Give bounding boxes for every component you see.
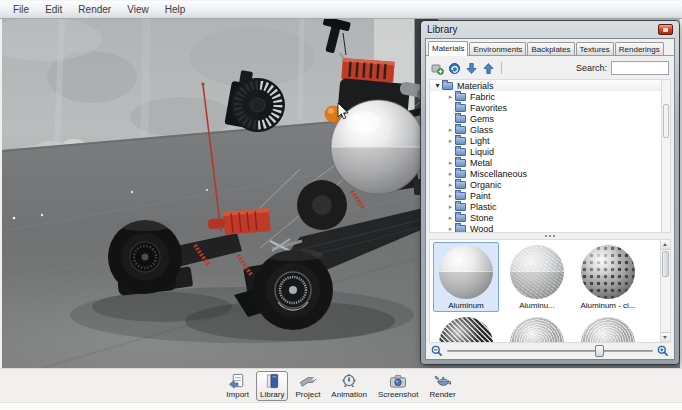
tool-button-label: Render bbox=[429, 390, 455, 399]
library-button[interactable]: Library bbox=[256, 371, 288, 401]
expand-arrow-icon[interactable]: ▸ bbox=[446, 212, 455, 223]
move-down-icon[interactable] bbox=[465, 62, 478, 75]
thumbnails-scrollbar-thumb[interactable] bbox=[662, 251, 669, 277]
material-thumb-label: Aluminum - ci... bbox=[576, 301, 640, 310]
tool-button-label: Project bbox=[295, 390, 320, 399]
menu-item-help[interactable]: Help bbox=[157, 2, 194, 17]
zoom-slider-thumb[interactable] bbox=[595, 345, 604, 357]
zoom-in-icon[interactable] bbox=[657, 345, 669, 357]
material-thumb-aluminu[interactable]: Aluminu... bbox=[504, 242, 570, 312]
material-drag-preview[interactable] bbox=[331, 100, 425, 194]
expand-arrow-icon[interactable]: ▸ bbox=[446, 223, 455, 233]
expand-arrow-icon[interactable]: ▸ bbox=[446, 157, 455, 168]
folder-icon bbox=[455, 170, 466, 178]
tree-item-glass[interactable]: ▸Glass bbox=[430, 124, 670, 135]
tree-item-label: Metal bbox=[470, 158, 492, 168]
expand-arrow-icon[interactable]: ▸ bbox=[446, 179, 455, 190]
search-label: Search: bbox=[576, 63, 607, 73]
expand-arrow-icon[interactable]: ▸ bbox=[446, 201, 455, 212]
expanded-arrow-icon[interactable]: ▾ bbox=[433, 80, 442, 91]
tool-button-label: Screenshot bbox=[378, 390, 418, 399]
folder-icon bbox=[442, 82, 453, 90]
tree-item-organic[interactable]: ▸Organic bbox=[430, 179, 670, 190]
tree-item-plastic[interactable]: ▸Plastic bbox=[430, 201, 670, 212]
expand-arrow-icon[interactable]: ▸ bbox=[446, 124, 455, 135]
tree-item-label: Stone bbox=[470, 213, 494, 223]
folder-icon bbox=[455, 148, 466, 156]
tree-item-gems[interactable]: Gems bbox=[430, 113, 670, 124]
tab-textures[interactable]: Textures bbox=[576, 42, 614, 55]
menu-item-view[interactable]: View bbox=[119, 2, 157, 17]
folder-icon bbox=[455, 192, 466, 200]
expand-arrow-icon[interactable]: ▸ bbox=[446, 91, 455, 102]
tab-renderings[interactable]: Renderings bbox=[615, 42, 664, 55]
expand-arrow-icon[interactable]: ▸ bbox=[446, 168, 455, 179]
tree-item-paint[interactable]: ▸Paint bbox=[430, 190, 670, 201]
window-bottom-edge bbox=[0, 402, 682, 410]
add-material-icon[interactable] bbox=[431, 62, 444, 75]
tree-item-label: Fabric bbox=[470, 92, 495, 102]
animation-button[interactable]: Animation bbox=[327, 371, 371, 401]
expand-arrow-icon[interactable]: ▸ bbox=[446, 135, 455, 146]
tool-button-label: Library bbox=[260, 390, 284, 399]
scroll-down-icon[interactable] bbox=[661, 332, 670, 342]
thumbnail-zoom-slider bbox=[431, 344, 669, 358]
material-sphere-preview bbox=[581, 245, 635, 299]
tree-item-stone[interactable]: ▸Stone bbox=[430, 212, 670, 223]
screenshot-icon bbox=[387, 373, 409, 389]
material-thumb-aluminum[interactable]: Aluminum bbox=[433, 242, 499, 312]
thumbnails-scrollbar[interactable] bbox=[660, 240, 670, 342]
folder-icon bbox=[455, 104, 466, 112]
menu-item-file[interactable]: File bbox=[5, 2, 37, 17]
tree-item-label: Miscellaneous bbox=[470, 169, 527, 179]
zoom-slider-track[interactable] bbox=[447, 350, 653, 352]
folder-icon bbox=[455, 214, 466, 222]
project-icon bbox=[297, 373, 319, 389]
menu-bar: FileEditRenderViewHelp bbox=[0, 0, 682, 19]
tree-item-metal[interactable]: ▸Metal bbox=[430, 157, 670, 168]
tree-item-label: Plastic bbox=[470, 202, 497, 212]
project-button[interactable]: Project bbox=[291, 371, 324, 401]
refresh-icon[interactable] bbox=[448, 62, 461, 75]
folder-icon bbox=[455, 181, 466, 189]
tree-item-liquid[interactable]: Liquid bbox=[430, 146, 670, 157]
tab-environments[interactable]: Environments bbox=[469, 42, 526, 55]
tree-item-miscellaneous[interactable]: ▸Miscellaneous bbox=[430, 168, 670, 179]
tree-item-label: Gems bbox=[470, 114, 494, 124]
tree-item-label: Glass bbox=[470, 125, 493, 135]
close-icon[interactable] bbox=[658, 24, 673, 35]
material-thumb-row2-3[interactable] bbox=[433, 314, 499, 343]
material-thumb-row2-4[interactable] bbox=[504, 314, 570, 343]
toolbar-separator bbox=[501, 62, 502, 74]
application-window: FileEditRenderViewHelp bbox=[0, 0, 682, 410]
render-icon bbox=[432, 373, 454, 389]
folder-icon bbox=[455, 159, 466, 167]
tree-scrollbar[interactable] bbox=[661, 80, 670, 232]
tab-backplates[interactable]: Backplates bbox=[527, 42, 574, 55]
tree-item-wood[interactable]: ▸Wood bbox=[430, 223, 670, 233]
zoom-out-icon[interactable] bbox=[431, 345, 443, 357]
tool-button-label: Import bbox=[226, 390, 249, 399]
expand-arrow-icon[interactable]: ▸ bbox=[446, 190, 455, 201]
menu-item-render[interactable]: Render bbox=[70, 2, 119, 17]
tree-item-fabric[interactable]: ▸Fabric bbox=[430, 91, 670, 102]
library-titlebar[interactable]: Library bbox=[425, 21, 675, 38]
folder-icon bbox=[455, 115, 466, 123]
material-thumb-aluminum-ci[interactable]: Aluminum - ci... bbox=[575, 242, 641, 312]
tree-item-light[interactable]: ▸Light bbox=[430, 135, 670, 146]
material-thumb-row2-5[interactable] bbox=[575, 314, 641, 343]
material-sphere-preview bbox=[439, 317, 493, 343]
tree-item-materials[interactable]: ▾Materials bbox=[430, 80, 670, 91]
search-input[interactable] bbox=[611, 61, 669, 75]
move-up-icon[interactable] bbox=[482, 62, 495, 75]
folder-icon bbox=[455, 225, 466, 233]
menu-item-edit[interactable]: Edit bbox=[37, 2, 70, 17]
tree-item-label: Liquid bbox=[470, 147, 494, 157]
tab-materials[interactable]: Materials bbox=[428, 41, 468, 56]
render-button[interactable]: Render bbox=[425, 371, 459, 401]
scroll-up-icon[interactable] bbox=[661, 240, 670, 250]
import-button[interactable]: Import bbox=[222, 371, 253, 401]
tree-item-favorites[interactable]: Favorites bbox=[430, 102, 670, 113]
tree-scrollbar-thumb[interactable] bbox=[663, 104, 669, 138]
screenshot-button[interactable]: Screenshot bbox=[374, 371, 422, 401]
